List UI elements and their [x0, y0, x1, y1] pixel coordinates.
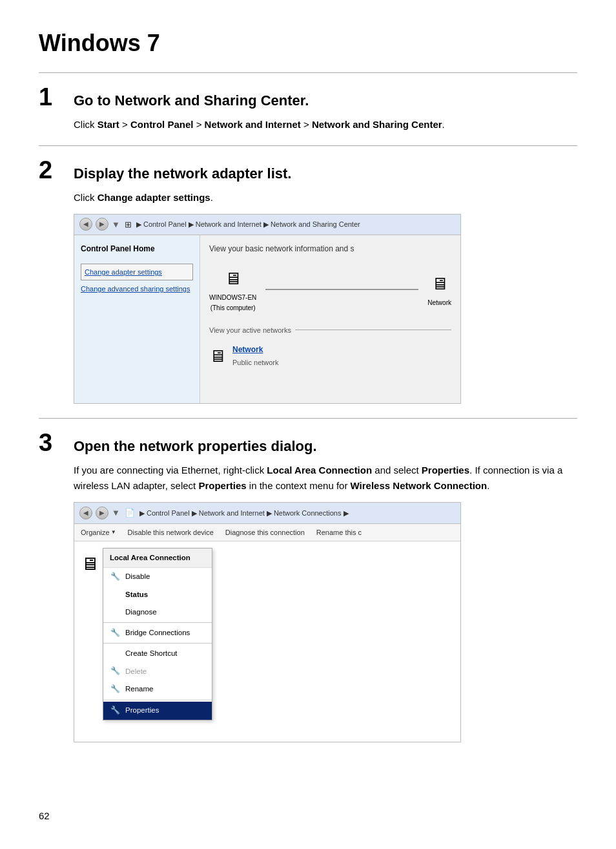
page-number: 62 — [39, 809, 50, 824]
ss1-main: View your basic network information and … — [200, 235, 460, 403]
step-2-instruction: Click Change adapter settings. — [74, 190, 577, 206]
ctx-label-delete: Delete — [125, 666, 147, 678]
ss1-net-type: Public network — [232, 357, 279, 368]
ss1-back-btn: ◀ — [79, 218, 92, 231]
step-1-instruction: Click Start > Control Panel > Network an… — [74, 117, 577, 133]
ctx-icon-disable: 🔧 — [110, 571, 120, 583]
ss2-connection-icon: 🖥 — [81, 549, 99, 579]
step-1-title: Go to Network and Sharing Center. — [74, 92, 309, 110]
ss1-active-networks-label: View your active networks — [209, 324, 451, 336]
ss2-address-bar: ◀ ▶ ▼ 📄 ▶ Control Panel ▶ Network and In… — [74, 503, 460, 523]
ss1-address-bar: ◀ ▶ ▼ ⊞ ▶ Control Panel ▶ Network and In… — [74, 215, 460, 235]
ctx-item-delete[interactable]: 🔧 Delete — [103, 662, 212, 680]
ss1-active-net-icon: 🖥 — [209, 342, 226, 370]
ss2-toolbar: Organize ▼ Disable this network device D… — [74, 524, 460, 541]
ctx-icon-properties: 🔧 — [110, 704, 120, 717]
ss2-organize-label: Organize — [81, 527, 110, 538]
step-1: 1 Go to Network and Sharing Center. Clic… — [39, 85, 577, 132]
ss2-context-menu: Local Area Connection 🔧 Disable Status — [103, 548, 212, 720]
ss1-menu-icon: ▼ — [112, 218, 120, 231]
ss2-organize-arrow: ▼ — [111, 528, 116, 536]
ss1-breadcrumb: ▶ Control Panel ▶ Network and Internet ▶… — [136, 218, 360, 230]
ss1-main-title: View your basic network information and … — [209, 243, 451, 256]
step-2-number: 2 — [39, 158, 62, 182]
ss1-line-1 — [265, 289, 418, 290]
ss1-network-label: Network — [427, 299, 451, 306]
page-title: Windows 7 — [39, 26, 577, 61]
ctx-icon-bridge: 🔧 — [110, 627, 120, 640]
ctx-sep-3 — [103, 700, 212, 700]
step-3-body: If you are connecting via Ethernet, righ… — [74, 463, 577, 742]
ctx-sep-2 — [103, 643, 212, 644]
ctx-label-properties: Properties — [125, 704, 159, 717]
ctx-item-diagnose[interactable]: Diagnose — [103, 603, 212, 621]
ctx-label-disable: Disable — [125, 571, 150, 583]
ss2-menu-icon: ▼ — [112, 506, 120, 519]
step-1-body: Click Start > Control Panel > Network an… — [74, 117, 577, 133]
ctx-sep-1 — [103, 622, 212, 623]
computer-icon-img: 🖥 — [209, 265, 256, 293]
ss1-computer-label: WINDOWS7-EN (This computer) — [209, 294, 256, 312]
ctx-label-diagnose: Diagnose — [125, 606, 157, 618]
ss1-computer-icon: 🖥 WINDOWS7-EN (This computer) — [209, 265, 256, 314]
ctx-item-status[interactable]: Status — [103, 586, 212, 603]
screenshot-1: ◀ ▶ ▼ ⊞ ▶ Control Panel ▶ Network and In… — [74, 214, 461, 404]
ctx-label-rename: Rename — [125, 683, 153, 695]
ss1-sidebar-title: Control Panel Home — [81, 243, 193, 256]
step-2-title: Display the network adapter list. — [74, 165, 291, 183]
ss1-grid-icon: ⊞ — [123, 218, 133, 231]
ss2-grid-icon: 📄 — [123, 506, 136, 519]
ss1-sidebar: Control Panel Home Change adapter settin… — [74, 235, 200, 403]
step-3-number: 3 — [39, 430, 62, 455]
ss2-organize-btn[interactable]: Organize ▼ — [81, 527, 116, 538]
ss2-left-panel: 🖥 Local Area Connection 🔧 Disable Status — [81, 548, 212, 735]
step-2-body: Click Change adapter settings. ◀ ▶ ▼ ⊞ ▶… — [74, 190, 577, 404]
ss1-net-info: Network Public network — [232, 344, 279, 368]
ctx-header: Local Area Connection — [103, 549, 212, 568]
network-icon-img: 🖥 — [427, 270, 451, 298]
ctx-item-properties[interactable]: 🔧 Properties — [103, 702, 212, 720]
ss1-network-icon: 🖥 Network — [427, 270, 451, 308]
ctx-icon-delete: 🔧 — [110, 665, 120, 678]
divider-title — [39, 72, 577, 73]
ss1-change-advanced-link[interactable]: Change advanced sharing settings — [81, 284, 193, 293]
ctx-item-disable[interactable]: 🔧 Disable — [103, 568, 212, 586]
ss2-forward-btn: ▶ — [96, 507, 108, 519]
ss2-rename-btn[interactable]: Rename this c — [316, 527, 362, 538]
ss1-body: Control Panel Home Change adapter settin… — [74, 235, 460, 403]
ss2-back-btn: ◀ — [79, 507, 92, 519]
ss1-active-network: 🖥 Network Public network — [209, 342, 451, 370]
step-2: 2 Display the network adapter list. Clic… — [39, 158, 577, 404]
ss2-body: 🖥 Local Area Connection 🔧 Disable Status — [74, 541, 460, 742]
ctx-item-shortcut[interactable]: Create Shortcut — [103, 645, 212, 662]
ss1-change-adapter-link[interactable]: Change adapter settings — [81, 264, 193, 280]
ctx-item-rename[interactable]: 🔧 Rename — [103, 680, 212, 698]
ctx-label-shortcut: Create Shortcut — [125, 647, 178, 660]
step-3: 3 Open the network properties dialog. If… — [39, 430, 577, 742]
screenshot-2: ◀ ▶ ▼ 📄 ▶ Control Panel ▶ Network and In… — [74, 502, 461, 742]
divider-step1 — [39, 145, 577, 146]
step-3-title: Open the network properties dialog. — [74, 437, 317, 456]
ctx-label-status: Status — [125, 589, 148, 601]
ss1-net-name: Network — [232, 344, 279, 357]
ss1-forward-btn: ▶ — [96, 218, 108, 231]
ss2-diagnose-btn[interactable]: Diagnose this connection — [225, 527, 305, 538]
step-1-number: 1 — [39, 85, 62, 109]
step-3-instruction: If you are connecting via Ethernet, righ… — [74, 463, 577, 495]
ss2-disable-btn[interactable]: Disable this network device — [128, 527, 214, 538]
ctx-icon-rename: 🔧 — [110, 683, 120, 696]
ss2-breadcrumb: ▶ Control Panel ▶ Network and Internet ▶… — [139, 507, 349, 519]
divider-step2 — [39, 418, 577, 419]
ctx-item-bridge[interactable]: 🔧 Bridge Connections — [103, 624, 212, 642]
ss1-network-map: 🖥 WINDOWS7-EN (This computer) 🖥 Network — [209, 265, 451, 314]
ctx-label-bridge: Bridge Connections — [125, 627, 190, 639]
